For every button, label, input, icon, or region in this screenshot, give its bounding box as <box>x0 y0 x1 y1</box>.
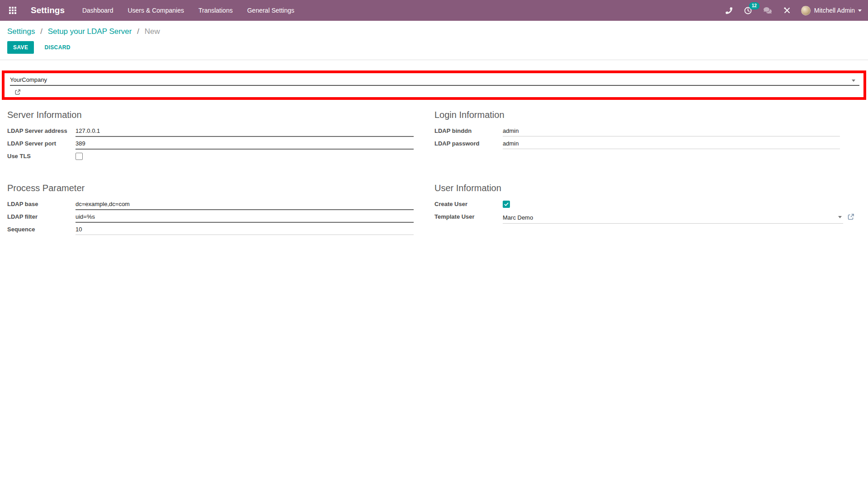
breadcrumb-separator: / <box>137 27 139 36</box>
debug-tools-button[interactable] <box>778 4 797 17</box>
activities-button[interactable]: 12 <box>738 4 758 17</box>
breadcrumb-link-settings[interactable]: Settings <box>7 27 35 36</box>
breadcrumb: Settings / Setup your LDAP Server / New <box>7 27 861 36</box>
section-title: Login Information <box>434 110 854 120</box>
discard-button[interactable]: DISCARD <box>42 41 73 54</box>
control-panel-buttons: SAVE DISCARD <box>7 41 861 54</box>
section-title: User Information <box>434 183 854 193</box>
external-link-icon[interactable] <box>847 213 854 221</box>
save-button[interactable]: SAVE <box>7 41 34 54</box>
use-tls-checkbox[interactable] <box>75 153 83 160</box>
field-row-template-user: Template User Marc Demo <box>434 212 854 225</box>
field-row-ldap-filter: LDAP filter uid=%s <box>7 212 414 225</box>
menu-item-users-companies[interactable]: Users & Companies <box>122 4 190 17</box>
app-title[interactable]: Settings <box>31 5 65 15</box>
systray: 12 Mitchell Admin <box>720 4 862 17</box>
field-label: LDAP password <box>434 139 503 147</box>
field-label: LDAP Server port <box>7 139 75 147</box>
company-field-highlight: YourCompany <box>2 70 866 100</box>
menu-item-general-settings[interactable]: General Settings <box>241 4 300 17</box>
menu-item-translations[interactable]: Translations <box>193 4 239 17</box>
control-panel: Settings / Setup your LDAP Server / New … <box>0 21 868 60</box>
company-external-row <box>10 86 859 96</box>
user-menu[interactable]: Mitchell Admin <box>801 6 862 15</box>
breadcrumb-separator: / <box>40 27 42 36</box>
section-process-parameter: Process Parameter LDAP base dc=example,d… <box>7 183 414 237</box>
field-row-ldap-port: LDAP Server port 389 <box>7 139 414 151</box>
section-server-information: Server Information LDAP Server address 1… <box>7 110 414 164</box>
ldap-password-input[interactable]: admin <box>503 139 840 149</box>
template-user-dropdown[interactable]: Marc Demo <box>503 212 843 224</box>
field-label: Use TLS <box>7 151 75 160</box>
ldap-filter-input[interactable]: uid=%s <box>75 212 414 223</box>
field-row-create-user: Create User <box>434 199 854 212</box>
field-row-ldap-base: LDAP base dc=example,dc=com <box>7 199 414 212</box>
tools-icon <box>783 7 791 14</box>
main-menu: Dashboard Users & Companies Translations… <box>76 4 300 17</box>
breadcrumb-current: New <box>145 27 160 36</box>
ldap-port-input[interactable]: 389 <box>75 139 414 150</box>
field-label: Template User <box>434 212 503 220</box>
field-label: Create User <box>434 199 503 207</box>
ldap-server-form: Server Information LDAP Server address 1… <box>0 100 868 237</box>
field-label: LDAP filter <box>7 212 75 220</box>
ldap-address-input[interactable]: 127.0.0.1 <box>75 126 414 137</box>
dropdown-caret-icon[interactable] <box>852 80 855 82</box>
field-label: Sequence <box>7 225 75 233</box>
template-user-field: Marc Demo <box>503 212 854 224</box>
messages-button[interactable] <box>758 4 778 17</box>
user-name: Mitchell Admin <box>814 7 855 14</box>
breadcrumb-link-ldap[interactable]: Setup your LDAP Server <box>48 27 132 36</box>
apps-grid-icon <box>9 7 16 14</box>
field-row-use-tls: Use TLS <box>7 151 414 164</box>
ldap-binddn-input[interactable]: admin <box>503 126 840 136</box>
chat-bubbles-icon <box>764 7 772 14</box>
field-row-ldap-binddn: LDAP binddn admin <box>434 126 854 139</box>
external-link-icon[interactable] <box>14 89 859 95</box>
company-value: YourCompany <box>10 76 47 83</box>
field-row-ldap-password: LDAP password admin <box>434 139 854 151</box>
voip-button[interactable] <box>720 5 738 17</box>
phone-icon <box>726 7 732 14</box>
create-user-checkbox[interactable] <box>503 201 510 208</box>
company-dropdown[interactable]: YourCompany <box>10 75 859 86</box>
user-avatar <box>801 6 811 15</box>
check-icon <box>504 202 509 207</box>
sequence-input[interactable]: 10 <box>75 225 414 235</box>
section-user-information: User Information Create User Template Us… <box>434 183 854 237</box>
section-title: Server Information <box>7 110 414 120</box>
field-label: LDAP Server address <box>7 126 75 134</box>
template-user-value: Marc Demo <box>503 214 533 221</box>
field-label: LDAP base <box>7 199 75 207</box>
dropdown-caret-icon[interactable] <box>838 216 842 218</box>
apps-menu-button[interactable] <box>5 4 20 17</box>
ldap-base-input[interactable]: dc=example,dc=com <box>75 199 414 210</box>
section-login-information: Login Information LDAP binddn admin LDAP… <box>434 110 854 164</box>
top-navbar: Settings Dashboard Users & Companies Tra… <box>0 0 868 21</box>
field-row-sequence: Sequence 10 <box>7 225 414 237</box>
chevron-down-icon <box>858 9 862 12</box>
section-title: Process Parameter <box>7 183 414 193</box>
menu-item-dashboard[interactable]: Dashboard <box>76 4 119 17</box>
field-label: LDAP binddn <box>434 126 503 134</box>
field-row-ldap-address: LDAP Server address 127.0.0.1 <box>7 126 414 139</box>
